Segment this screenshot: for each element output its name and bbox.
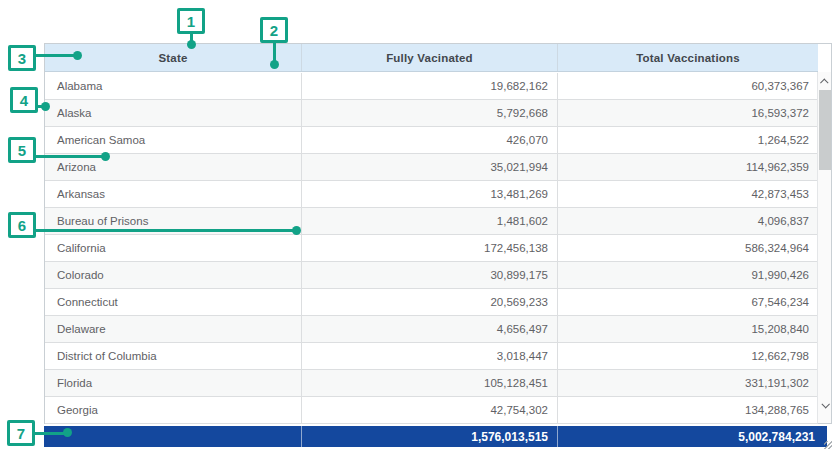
- data-grid: State Fully Vacinated Total Vaccinations…: [44, 43, 832, 424]
- table-row[interactable]: California172,456,138586,324,964: [45, 235, 818, 262]
- table-row[interactable]: Georgia42,754,302134,288,765: [45, 397, 818, 424]
- table-row[interactable]: Alabama19,682,16260,373,367: [45, 73, 818, 100]
- annotation-label: 6: [18, 217, 26, 234]
- annotation-marker-4: 4: [10, 87, 38, 113]
- cell-fully-vacinated: 4,656,497: [302, 316, 558, 342]
- cell-state: Delaware: [45, 316, 302, 342]
- cell-fully-vacinated: 105,128,451: [302, 370, 558, 396]
- cell-fully-vacinated: 426,070: [302, 127, 558, 153]
- cell-total-vaccinations: 12,662,798: [558, 343, 818, 369]
- chevron-down-icon: [821, 400, 829, 408]
- annotation-label: 1: [187, 13, 195, 30]
- table-row[interactable]: Alaska5,792,66816,593,372: [45, 100, 818, 127]
- total-cell-total-vaccinations: 5,002,784,231: [558, 426, 827, 447]
- annotation-marker-6: 6: [8, 212, 36, 238]
- annotation-dot-6: [292, 226, 301, 235]
- cell-fully-vacinated: 20,569,233: [302, 289, 558, 315]
- annotation-label: 5: [18, 142, 26, 159]
- column-header-state[interactable]: State: [45, 44, 302, 71]
- vaccination-table-widget: State Fully Vacinated Total Vaccinations…: [0, 0, 833, 453]
- cell-total-vaccinations: 42,873,453: [558, 181, 818, 207]
- annotation-marker-3: 3: [8, 45, 36, 71]
- table-row[interactable]: Arkansas13,481,26942,873,453: [45, 181, 818, 208]
- cell-state: Colorado: [45, 262, 302, 288]
- cell-total-vaccinations: 67,546,234: [558, 289, 818, 315]
- annotation-dot-5: [101, 152, 110, 161]
- chevron-up-icon: [820, 78, 828, 86]
- scroll-thumb[interactable]: [819, 90, 831, 170]
- table-body: Alabama19,682,16260,373,367Alaska5,792,6…: [45, 73, 818, 424]
- table-row[interactable]: District of Columbia3,018,44712,662,798: [45, 343, 818, 370]
- annotation-marker-2: 2: [260, 17, 288, 43]
- cell-state: Alabama: [45, 73, 302, 99]
- cell-state: Arkansas: [45, 181, 302, 207]
- cell-total-vaccinations: 60,373,367: [558, 73, 818, 99]
- cell-total-vaccinations: 4,096,837: [558, 208, 818, 234]
- cell-state: Alaska: [45, 100, 302, 126]
- table-header-row: State Fully Vacinated Total Vaccinations: [45, 44, 818, 72]
- annotation-line-6: [36, 229, 295, 232]
- cell-total-vaccinations: 586,324,964: [558, 235, 818, 261]
- annotation-dot-2: [270, 60, 279, 69]
- cell-fully-vacinated: 30,899,175: [302, 262, 558, 288]
- annotation-dot-1: [187, 40, 196, 49]
- cell-state: Connecticut: [45, 289, 302, 315]
- scroll-down-button[interactable]: [818, 397, 832, 413]
- cell-state: American Samoa: [45, 127, 302, 153]
- cell-total-vaccinations: 16,593,372: [558, 100, 818, 126]
- cell-fully-vacinated: 5,792,668: [302, 100, 558, 126]
- cell-fully-vacinated: 172,456,138: [302, 235, 558, 261]
- annotation-marker-7: 7: [7, 420, 35, 446]
- annotation-line-5: [36, 155, 105, 158]
- scrollbar[interactable]: [817, 72, 831, 423]
- annotation-marker-1: 1: [177, 8, 205, 34]
- cell-state: District of Columbia: [45, 343, 302, 369]
- total-cell-state: [44, 426, 302, 447]
- cell-state: Florida: [45, 370, 302, 396]
- annotation-label: 3: [18, 50, 26, 67]
- annotation-label: 7: [17, 425, 25, 442]
- annotation-marker-5: 5: [8, 137, 36, 163]
- total-row: 1,576,013,515 5,002,784,231: [44, 426, 827, 447]
- cell-fully-vacinated: 42,754,302: [302, 397, 558, 423]
- cell-fully-vacinated: 1,481,602: [302, 208, 558, 234]
- cell-total-vaccinations: 1,264,522: [558, 127, 818, 153]
- resize-handle-icon[interactable]: [824, 441, 832, 449]
- cell-total-vaccinations: 91,990,426: [558, 262, 818, 288]
- annotation-dot-3: [73, 51, 82, 60]
- table-row[interactable]: Delaware4,656,49715,208,840: [45, 316, 818, 343]
- cell-state: Georgia: [45, 397, 302, 423]
- cell-total-vaccinations: 15,208,840: [558, 316, 818, 342]
- table-row[interactable]: Arizona35,021,994114,962,359: [45, 154, 818, 181]
- annotation-dot-7: [63, 428, 72, 437]
- annotation-dot-4: [41, 102, 50, 111]
- annotation-line-3: [36, 54, 77, 57]
- total-cell-fully-vacinated: 1,576,013,515: [302, 426, 558, 447]
- cell-state: California: [45, 235, 302, 261]
- table-row[interactable]: Connecticut20,569,23367,546,234: [45, 289, 818, 316]
- annotation-label: 2: [270, 22, 278, 39]
- scroll-up-button[interactable]: [818, 74, 832, 90]
- table-row[interactable]: Florida105,128,451331,191,302: [45, 370, 818, 397]
- table-row[interactable]: American Samoa426,0701,264,522: [45, 127, 818, 154]
- cell-fully-vacinated: 13,481,269: [302, 181, 558, 207]
- annotation-label: 4: [20, 92, 28, 109]
- cell-fully-vacinated: 19,682,162: [302, 73, 558, 99]
- cell-fully-vacinated: 35,021,994: [302, 154, 558, 180]
- cell-fully-vacinated: 3,018,447: [302, 343, 558, 369]
- table-row[interactable]: Colorado30,899,17591,990,426: [45, 262, 818, 289]
- cell-total-vaccinations: 331,191,302: [558, 370, 818, 396]
- cell-total-vaccinations: 134,288,765: [558, 397, 818, 423]
- column-header-total-vaccinations[interactable]: Total Vaccinations: [558, 44, 818, 71]
- column-header-fully-vacinated[interactable]: Fully Vacinated: [302, 44, 558, 71]
- cell-total-vaccinations: 114,962,359: [558, 154, 818, 180]
